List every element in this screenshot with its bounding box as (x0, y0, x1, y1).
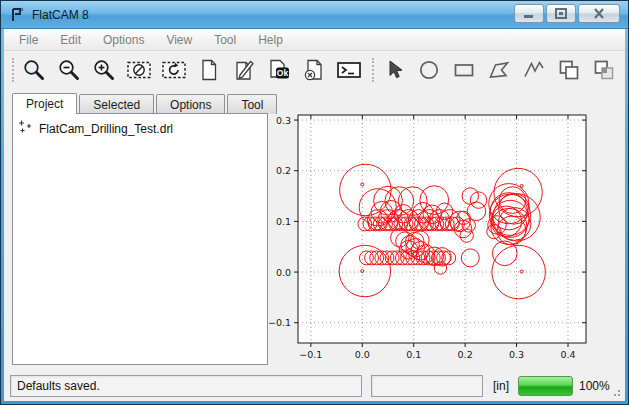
toolbar-drag-handle[interactable] (12, 58, 14, 82)
app-logo-icon (8, 6, 26, 24)
ok-file-icon[interactable]: Ok (265, 57, 292, 84)
main-area: Project Selected Options Tool (4, 89, 625, 371)
draw-polygon-icon[interactable] (485, 57, 512, 84)
zoom-fit-icon[interactable] (20, 57, 47, 84)
shell-icon[interactable] (335, 57, 362, 84)
menu-help[interactable]: Help (247, 30, 294, 50)
units-indicator: [in] (493, 379, 509, 393)
app-window: FlatCAM 8 File Edit Options View Tool He… (0, 0, 629, 405)
status-secondary (371, 375, 483, 397)
draw-path-icon[interactable] (520, 57, 547, 84)
menu-view[interactable]: View (155, 30, 203, 50)
draw-rectangle-icon[interactable] (450, 57, 477, 84)
delete-object-icon[interactable] (300, 57, 327, 84)
minimize-button[interactable] (514, 4, 544, 23)
plot-svg: −0.10.00.10.20.30.4−0.10.00.10.20.3 (262, 98, 615, 366)
resize-grip[interactable] (610, 386, 620, 396)
drill-marks-icon (17, 119, 33, 138)
svg-text:0.3: 0.3 (509, 349, 524, 360)
maximize-button[interactable] (546, 4, 576, 23)
left-column: Project Selected Options Tool (12, 93, 268, 365)
new-file-icon[interactable] (195, 57, 222, 84)
tab-selected[interactable]: Selected (79, 94, 154, 114)
svg-text:−0.1: −0.1 (299, 349, 322, 360)
title-bar[interactable]: FlatCAM 8 (1, 1, 628, 29)
menu-options[interactable]: Options (92, 30, 155, 50)
tab-options[interactable]: Options (156, 94, 225, 114)
project-tree: FlatCam_Drilling_Test.drl (12, 113, 268, 365)
subtract-icon[interactable] (625, 57, 629, 84)
clear-plot-icon[interactable] (125, 57, 152, 84)
tree-item-label: FlatCam_Drilling_Test.drl (39, 122, 173, 136)
progress-percent-label: 100% (579, 379, 610, 393)
union-icon[interactable] (555, 57, 582, 84)
svg-text:0.1: 0.1 (276, 216, 291, 227)
svg-text:0.4: 0.4 (560, 349, 575, 360)
select-icon[interactable] (380, 57, 407, 84)
svg-text:−0.1: −0.1 (268, 317, 291, 328)
close-button[interactable] (578, 4, 620, 23)
status-message: Defaults saved. (10, 375, 362, 397)
status-bar: Defaults saved. [in] 100% (4, 371, 625, 401)
svg-text:0.0: 0.0 (355, 349, 370, 360)
edit-file-icon[interactable] (230, 57, 257, 84)
menu-tool[interactable]: Tool (203, 30, 247, 50)
tab-bar: Project Selected Options Tool (12, 93, 268, 114)
svg-text:0.0: 0.0 (276, 267, 291, 278)
svg-text:0.3: 0.3 (276, 115, 291, 126)
window-content: File Edit Options View Tool Help (4, 29, 625, 401)
toolbar-drag-handle-2[interactable] (372, 58, 374, 82)
replot-icon[interactable] (160, 57, 187, 84)
window-title: FlatCAM 8 (32, 8, 89, 22)
tab-project[interactable]: Project (12, 93, 77, 114)
zoom-in-icon[interactable] (90, 57, 117, 84)
plot-canvas[interactable]: −0.10.00.10.20.30.4−0.10.00.10.20.3 (262, 89, 625, 371)
zoom-out-icon[interactable] (55, 57, 82, 84)
svg-text:Ok: Ok (276, 68, 288, 78)
draw-circle-icon[interactable] (415, 57, 442, 84)
toolbar: Ok (4, 51, 625, 89)
svg-text:0.2: 0.2 (458, 349, 473, 360)
tree-item-drill-file[interactable]: FlatCam_Drilling_Test.drl (17, 119, 263, 138)
progress-bar (518, 376, 573, 396)
menu-edit[interactable]: Edit (49, 30, 92, 50)
svg-text:0.2: 0.2 (276, 165, 291, 176)
svg-text:0.1: 0.1 (406, 349, 421, 360)
intersection-icon[interactable] (590, 57, 617, 84)
menu-bar: File Edit Options View Tool Help (4, 29, 625, 51)
menu-file[interactable]: File (8, 30, 49, 50)
